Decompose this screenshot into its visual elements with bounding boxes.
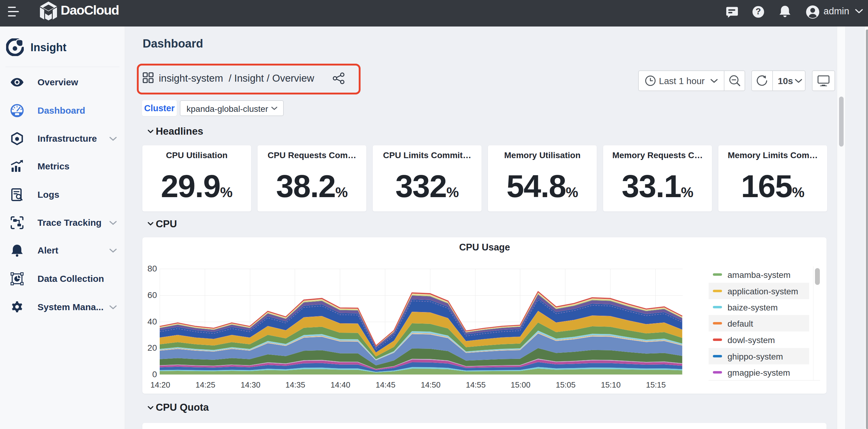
svg-text:?: ? xyxy=(755,6,761,16)
